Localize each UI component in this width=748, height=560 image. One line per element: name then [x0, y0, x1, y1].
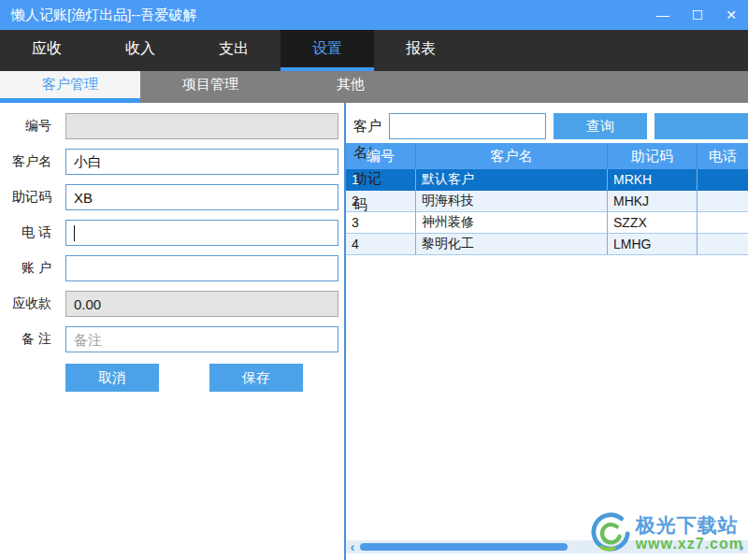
maximize-icon[interactable]: ☐ [692, 8, 704, 22]
cell-id: 3 [346, 212, 416, 234]
cell-phone [698, 234, 748, 255]
field-label-code: 助记码 [0, 189, 51, 206]
column-header-id[interactable]: 编号 [346, 143, 416, 169]
partial-button[interactable] [654, 113, 748, 139]
table-row[interactable]: 4 黎明化工 LMHG [346, 234, 748, 255]
subtab-customer-management[interactable]: 客户管理 [0, 71, 140, 103]
save-button[interactable]: 保存 [209, 364, 303, 392]
cell-code: MHKJ [608, 191, 698, 212]
tab-expense[interactable]: 支出 [187, 30, 280, 71]
account-field[interactable] [65, 255, 338, 281]
cell-phone [698, 191, 748, 212]
customer-list-panel: 客户名/助记码 查询 编号 客户名 助记码 电话 1 默认客户 MRKH [346, 103, 748, 560]
cell-phone [698, 169, 748, 191]
cell-code: MRKH [608, 169, 698, 191]
scroll-right-icon[interactable]: › [735, 540, 748, 553]
field-label-account: 账 户 [0, 260, 51, 277]
column-header-code[interactable]: 助记码 [608, 143, 698, 169]
cancel-button[interactable]: 取消 [65, 364, 159, 392]
field-label-phone: 电 话 [0, 224, 51, 241]
field-label-name: 客户名 [0, 153, 51, 170]
customer-id-field [65, 113, 338, 139]
cell-id: 1 [346, 169, 416, 191]
search-input[interactable] [389, 113, 546, 139]
customer-name-field[interactable] [65, 149, 338, 175]
receivable-amount-field [65, 291, 338, 317]
table-row[interactable]: 1 默认客户 MRKH [346, 169, 748, 191]
tab-income[interactable]: 收入 [94, 30, 187, 71]
cell-name: 神州装修 [416, 212, 608, 234]
tab-settings[interactable]: 设置 [280, 30, 374, 71]
customer-table: 编号 客户名 助记码 电话 1 默认客户 MRKH 2 明海科技 MHKJ [346, 143, 748, 255]
window-title: 懒人记账[渔灯出品]--吾爱破解 [11, 7, 656, 24]
mnemonic-code-field[interactable] [65, 184, 338, 210]
field-label-id: 编号 [0, 118, 51, 135]
field-label-receivable: 应收款 [0, 295, 51, 312]
cell-phone [698, 212, 748, 234]
cell-name: 明海科技 [416, 191, 608, 212]
cell-name: 黎明化工 [416, 234, 608, 255]
minimize-icon[interactable]: — [656, 8, 669, 22]
subtab-project-management[interactable]: 项目管理 [140, 71, 280, 103]
table-header-row: 编号 客户名 助记码 电话 [346, 143, 748, 169]
tab-receivable[interactable]: 应收 [0, 30, 94, 71]
app-window: 懒人记账[渔灯出品]--吾爱破解 — ☐ ✕ 应收 收入 支出 设置 报表 客户… [0, 0, 748, 560]
table-row[interactable]: 2 明海科技 MHKJ [346, 191, 748, 212]
cell-id: 2 [346, 191, 416, 212]
cell-name: 默认客户 [416, 169, 608, 191]
cell-code: LMHG [608, 234, 698, 255]
field-label-remark: 备 注 [0, 331, 51, 348]
phone-field[interactable] [65, 220, 338, 246]
cell-code: SZZX [608, 212, 698, 234]
scroll-left-icon[interactable]: ‹ [346, 540, 359, 553]
cell-id: 4 [346, 234, 416, 255]
query-button[interactable]: 查询 [554, 113, 647, 139]
search-bar: 客户名/助记码 查询 [346, 103, 748, 143]
remark-field[interactable] [65, 326, 338, 352]
close-icon[interactable]: ✕ [726, 8, 737, 22]
content-area: 编号 客户名 助记码 电 话 [0, 103, 748, 560]
scrollbar-thumb[interactable] [360, 543, 568, 551]
customer-form: 编号 客户名 助记码 电 话 [0, 103, 344, 560]
horizontal-scrollbar[interactable]: ‹ › [346, 540, 748, 553]
settings-subtabs: 客户管理 项目管理 其他 [0, 71, 748, 103]
column-header-name[interactable]: 客户名 [416, 143, 608, 169]
watermark-site-name: 极光下载站 [636, 514, 743, 536]
table-row[interactable]: 3 神州装修 SZZX [346, 212, 748, 234]
text-caret [74, 225, 75, 241]
tab-reports[interactable]: 报表 [374, 30, 468, 71]
column-header-phone[interactable]: 电话 [698, 143, 748, 169]
title-bar: 懒人记账[渔灯出品]--吾爱破解 — ☐ ✕ [0, 0, 748, 30]
subtab-other[interactable]: 其他 [280, 71, 421, 103]
main-menu: 应收 收入 支出 设置 报表 [0, 30, 748, 71]
